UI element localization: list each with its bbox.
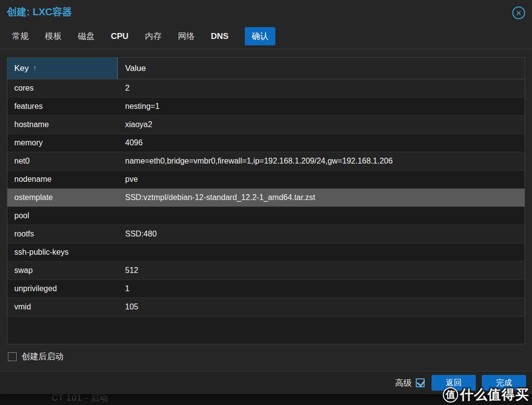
confirm-summary-grid: Key ↑ Value cores2featuresnesting=1hostn…: [7, 57, 525, 344]
table-row[interactable]: rootfsSSD:480: [7, 225, 525, 243]
row-value-cell: name=eth0,bridge=vmbr0,firewall=1,ip=192…: [118, 157, 525, 166]
sort-asc-icon: ↑: [33, 64, 37, 73]
row-key-cell: ssh-public-keys: [7, 248, 118, 257]
row-value-cell: SSD:vztmpl/debian-12-standard_12.2-1_amd…: [118, 193, 525, 202]
dialog-title: 创建: LXC容器: [7, 5, 72, 19]
table-row[interactable]: swap512: [7, 262, 525, 280]
row-key-cell: swap: [7, 266, 118, 275]
row-value-cell: SSD:480: [118, 230, 525, 238]
row-key-cell: features: [7, 102, 118, 111]
tab-1[interactable]: 模板: [45, 27, 62, 45]
tab-0[interactable]: 常规: [12, 27, 29, 45]
row-key-cell: cores: [7, 84, 118, 93]
advanced-toggle: 高级: [395, 377, 425, 389]
row-key-cell: hostname: [7, 120, 118, 129]
table-row[interactable]: memory4096: [7, 134, 525, 152]
start-after-create-row: 创建后启动: [8, 351, 532, 362]
row-value-cell: 105: [118, 303, 525, 311]
row-key-cell: nodename: [7, 175, 118, 184]
row-key-cell: net0: [7, 157, 118, 166]
advanced-checkbox[interactable]: [416, 378, 425, 387]
row-value-cell: 512: [118, 266, 525, 275]
row-value-cell: pve: [118, 175, 525, 184]
column-header-key[interactable]: Key ↑: [7, 58, 118, 79]
table-row[interactable]: cores2: [7, 79, 525, 98]
grid-header: Key ↑ Value: [7, 58, 525, 79]
close-icon[interactable]: ✕: [512, 6, 525, 19]
row-value-cell: nesting=1: [118, 102, 525, 111]
table-row[interactable]: nodenamepve: [7, 170, 525, 189]
row-value-cell: 2: [118, 84, 525, 93]
tab-7[interactable]: 确认: [245, 27, 275, 45]
key-header-label: Key: [14, 64, 29, 73]
tab-4[interactable]: 内存: [145, 27, 162, 45]
value-header-label: Value: [125, 64, 146, 73]
tab-5[interactable]: 网络: [178, 27, 195, 45]
dialog-footer: 高级 返回 完成: [0, 371, 532, 394]
row-value-cell: xiaoya2: [118, 120, 525, 129]
table-row[interactable]: ostemplateSSD:vztmpl/debian-12-standard_…: [7, 189, 525, 207]
row-value-cell: 4096: [118, 138, 525, 147]
start-after-create-checkbox[interactable]: [8, 352, 17, 361]
table-row[interactable]: net0name=eth0,bridge=vmbr0,firewall=1,ip…: [7, 152, 525, 170]
row-key-cell: rootfs: [7, 230, 118, 238]
row-key-cell: pool: [7, 211, 118, 220]
tab-2[interactable]: 磁盘: [78, 27, 95, 45]
row-key-cell: unprivileged: [7, 284, 118, 293]
grid-body: cores2featuresnesting=1hostnamexiaoya2me…: [7, 79, 525, 316]
table-row[interactable]: unprivileged1: [7, 280, 525, 298]
create-lxc-dialog: 创建: LXC容器 ✕ 常规模板磁盘CPU内存网络DNS确认 Key ↑ Val…: [0, 0, 532, 394]
back-button[interactable]: 返回: [432, 375, 476, 391]
table-row[interactable]: ssh-public-keys: [7, 243, 525, 262]
tab-dns[interactable]: DNS: [211, 28, 229, 45]
table-row[interactable]: hostnamexiaoya2: [7, 116, 525, 134]
column-header-value[interactable]: Value: [118, 58, 525, 79]
tab-cpu[interactable]: CPU: [111, 28, 129, 45]
row-value-cell: 1: [118, 284, 525, 293]
tab-bar: 常规模板磁盘CPU内存网络DNS确认: [0, 24, 532, 49]
table-row[interactable]: featuresnesting=1: [7, 98, 525, 116]
finish-button[interactable]: 完成: [482, 375, 526, 391]
row-key-cell: vmid: [7, 303, 118, 311]
advanced-label: 高级: [395, 377, 412, 389]
row-key-cell: ostemplate: [7, 193, 118, 202]
row-key-cell: memory: [7, 138, 118, 147]
table-row[interactable]: pool: [7, 207, 525, 225]
start-after-create-label: 创建后启动: [22, 351, 64, 362]
table-row[interactable]: vmid105: [7, 298, 525, 316]
dialog-header: 创建: LXC容器 ✕: [0, 0, 532, 24]
